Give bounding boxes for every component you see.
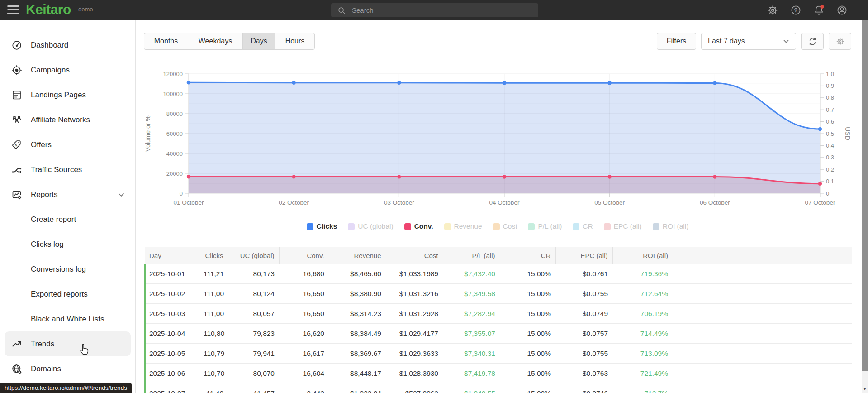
table-cell: 110,70 [199, 364, 228, 383]
settings-gear-icon[interactable] [767, 5, 778, 16]
column-header-cr[interactable]: CR [500, 247, 555, 264]
column-header-conv[interactable]: Conv. [279, 247, 329, 264]
svg-text:120000: 120000 [163, 71, 183, 77]
notifications-bell-icon[interactable] [813, 5, 825, 16]
table-cell: 11,457 [228, 383, 279, 393]
legend-item-roi-all[interactable]: ROI (all) [653, 222, 689, 230]
search-icon [337, 5, 346, 15]
column-header-day[interactable]: Day [145, 247, 199, 264]
svg-text:0.9: 0.9 [826, 82, 834, 89]
column-header-revenue[interactable]: Revenue [329, 247, 386, 264]
tab-weekdays[interactable]: Weekdays [188, 33, 243, 50]
legend-item-conv[interactable]: Conv. [404, 222, 433, 230]
refresh-icon [808, 37, 817, 46]
svg-text:USD: USD [844, 127, 851, 140]
table-cell: $0.0755 [555, 344, 612, 364]
sidebar-item-black-and-white-lists[interactable]: Black and White Lists [0, 307, 135, 331]
table-row[interactable]: 2025-10-0711,4011,4572,443$1,233.84$527.… [145, 383, 852, 393]
svg-text:0.6: 0.6 [826, 118, 834, 125]
table-row[interactable]: 2025-10-03111,0080,05716,650$8,314.23$1,… [145, 304, 852, 324]
table-row[interactable]: 2025-10-02111,0080,12416,650$8,380.90$1,… [145, 284, 852, 304]
trends-chart[interactable]: 02000040000600008000010000012000000.10.2… [144, 57, 851, 211]
column-header-clicks[interactable]: Clicks [199, 247, 228, 264]
search-box[interactable] [331, 3, 538, 17]
table-cell: $1,029.4177 [386, 324, 443, 344]
tab-hours[interactable]: Hours [275, 33, 315, 50]
table-cell: 16,680 [279, 264, 329, 284]
table-cell: 80,070 [228, 364, 279, 383]
sidebar-item-offers[interactable]: $ Offers [0, 132, 135, 157]
sidebar-item-landings-pages[interactable]: Landings Pages [0, 82, 135, 107]
report-chart-icon [11, 189, 22, 200]
table-row[interactable]: 2025-10-04110,8079,82316,620$8,384.49$1,… [145, 324, 852, 344]
app-logo[interactable]: Keitaro [26, 2, 71, 17]
table-row[interactable]: 2025-10-06110,7080,07016,604$8,448.17$1,… [145, 364, 852, 383]
legend-item-clicks[interactable]: Clicks [307, 222, 337, 230]
account-icon[interactable] [836, 5, 848, 16]
table-cell: 15.00% [500, 324, 555, 344]
scrollbar-thumb[interactable] [862, 20, 868, 371]
tab-months[interactable]: Months [144, 33, 188, 50]
filters-button[interactable]: Filters [657, 33, 696, 50]
sidebar-item-label: Create report [31, 215, 76, 224]
legend-item-p-l-all[interactable]: P/L (all) [528, 222, 562, 230]
legend-swatch [444, 223, 451, 230]
sidebar-item-traffic-sources[interactable]: Traffic Sources [0, 157, 135, 182]
sidebar-item-trends[interactable]: Trends [5, 331, 131, 356]
table-cell: 16,617 [279, 344, 329, 364]
svg-text:0.7: 0.7 [826, 106, 834, 113]
page-scrollbar[interactable]: ▼ [862, 20, 868, 393]
table-row[interactable]: 2025-10-05110,7979,94116,617$8,369.67$1,… [145, 344, 852, 364]
sidebar-item-campaigns[interactable]: Campaigns [0, 58, 135, 82]
sidebar-item-conversions-log[interactable]: Conversions log [0, 257, 135, 282]
column-header-epc-all[interactable]: EPC (all) [555, 247, 612, 264]
table-cell: $0.0757 [555, 324, 612, 344]
date-range-select[interactable]: Last 7 days [701, 33, 796, 50]
sidebar-item-dashboard[interactable]: Dashboard [0, 33, 135, 58]
sidebar-item-create-report[interactable]: Create report [0, 207, 135, 232]
legend-label: UC (global) [358, 222, 393, 230]
search-input[interactable] [351, 6, 538, 14]
table-cell: 15.00% [500, 383, 555, 393]
table-cell [673, 344, 852, 364]
tab-days[interactable]: Days [242, 33, 275, 50]
table-cell: 111,21 [199, 264, 228, 284]
table-cell: $1,031.2928 [386, 304, 443, 324]
table-row[interactable]: 2025-10-01111,2180,17316,680$8,465.60$1,… [145, 264, 852, 284]
chevron-down-icon[interactable] [117, 190, 126, 199]
table-cell: $7,419.78 [443, 364, 500, 383]
table-cell: 15.00% [500, 364, 555, 383]
table-cell [673, 324, 852, 344]
sidebar-item-label: Black and White Lists [31, 315, 104, 324]
svg-text:0.8: 0.8 [826, 94, 834, 101]
sidebar-item-label: Campaigns [31, 66, 70, 75]
sidebar-item-reports[interactable]: Reports [0, 182, 135, 207]
table-cell: $8,380.90 [329, 284, 386, 304]
legend-item-cr[interactable]: CR [573, 222, 593, 230]
svg-text:03 October: 03 October [384, 199, 414, 206]
sidebar-item-label: Dashboard [31, 41, 68, 50]
scrollbar-down-arrow[interactable]: ▼ [862, 385, 868, 393]
sidebar-item-exported-reports[interactable]: Exported reports [0, 282, 135, 307]
column-header-uc-global[interactable]: UC (global) [228, 247, 279, 264]
chart-settings-button[interactable] [829, 33, 851, 50]
sidebar-item-clicks-log[interactable]: Clicks log [0, 232, 135, 257]
table-cell: 15.00% [500, 304, 555, 324]
menu-icon[interactable] [7, 5, 20, 15]
sidebar-item-affiliate-networks[interactable]: Affiliate Networks [0, 107, 135, 132]
column-header-cost[interactable]: Cost [386, 247, 443, 264]
sidebar-item-label: Landings Pages [31, 91, 86, 100]
legend-item-cost[interactable]: Cost [493, 222, 517, 230]
table-cell: $7,355.07 [443, 324, 500, 344]
refresh-button[interactable] [801, 33, 824, 50]
help-icon[interactable]: ? [790, 5, 802, 16]
legend-item-epc-all[interactable]: EPC (all) [604, 222, 642, 230]
legend-item-uc-global[interactable]: UC (global) [348, 222, 393, 230]
legend-item-revenue[interactable]: Revenue [444, 222, 482, 230]
svg-text:05 October: 05 October [594, 199, 625, 206]
sidebar: Dashboard Campaigns Landings Pages Affil… [0, 20, 136, 393]
sidebar-item-domains[interactable]: Domains [0, 356, 135, 381]
table-cell: 79,823 [228, 324, 279, 344]
column-header-p-l-all[interactable]: P/L (all) [443, 247, 500, 264]
column-header-roi-all[interactable]: ROI (all) [612, 247, 673, 264]
